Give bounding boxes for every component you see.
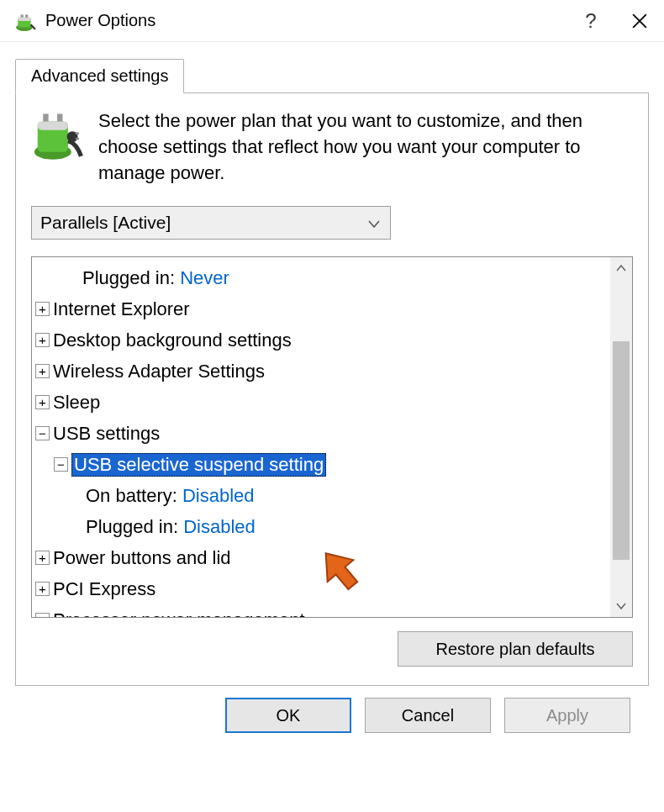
expand-icon[interactable]: + xyxy=(35,302,50,316)
value-link[interactable]: Disabled xyxy=(183,516,256,538)
help-button[interactable]: ? xyxy=(567,0,615,42)
collapse-icon[interactable]: − xyxy=(35,426,50,440)
tree-item-usb-selective[interactable]: − USB selective suspend setting xyxy=(32,449,610,480)
restore-row: Restore plan defaults xyxy=(31,631,633,667)
tree-item-sleep[interactable]: + Sleep xyxy=(32,387,610,418)
svg-rect-4 xyxy=(25,14,28,17)
intro-text: Select the power plan that you want to c… xyxy=(98,108,633,186)
svg-rect-12 xyxy=(76,138,79,140)
battery-icon xyxy=(13,9,37,33)
power-plan-select[interactable]: Parallels [Active] xyxy=(31,206,391,240)
svg-rect-9 xyxy=(57,113,62,121)
expand-icon[interactable]: + xyxy=(35,613,50,617)
svg-rect-2 xyxy=(18,17,30,20)
svg-rect-3 xyxy=(21,14,24,17)
tree-item-processor[interactable]: + Processor power management xyxy=(32,604,610,617)
cancel-button[interactable]: Cancel xyxy=(365,698,491,733)
tree-item-ie[interactable]: + Internet Explorer xyxy=(32,293,610,324)
tree-item-desktop-bg[interactable]: + Desktop background settings xyxy=(32,324,610,356)
chevron-down-icon xyxy=(368,213,380,233)
close-button[interactable] xyxy=(615,0,664,42)
tab-panel: Select the power plan that you want to c… xyxy=(15,92,649,686)
scrollbar[interactable] xyxy=(610,257,632,617)
tree-item-usb-settings[interactable]: − USB settings xyxy=(32,418,610,449)
tree-item-plugged-in-usb[interactable]: Plugged in: Disabled xyxy=(32,511,610,542)
value-link[interactable]: Never xyxy=(180,267,229,289)
collapse-icon[interactable]: − xyxy=(54,457,68,472)
power-plan-icon xyxy=(31,108,83,161)
intro-row: Select the power plan that you want to c… xyxy=(31,108,633,186)
tab-advanced-settings[interactable]: Advanced settings xyxy=(15,59,184,93)
svg-rect-11 xyxy=(76,132,79,134)
expand-icon[interactable]: + xyxy=(35,333,50,347)
value-link[interactable]: Disabled xyxy=(182,485,255,507)
tree-item-wireless[interactable]: + Wireless Adapter Settings xyxy=(32,356,610,387)
window-title: Power Options xyxy=(45,11,567,30)
expand-icon[interactable]: + xyxy=(35,364,50,378)
expand-icon[interactable]: + xyxy=(35,551,50,565)
titlebar: Power Options ? xyxy=(0,0,664,42)
restore-defaults-button[interactable]: Restore plan defaults xyxy=(398,631,633,667)
expand-icon[interactable]: + xyxy=(35,395,50,409)
ok-button[interactable]: OK xyxy=(225,698,351,733)
scroll-thumb[interactable] xyxy=(613,341,630,560)
apply-button[interactable]: Apply xyxy=(504,698,630,733)
content-area: Advanced settings Select the power plan … xyxy=(0,42,664,741)
power-plan-value: Parallels [Active] xyxy=(40,213,171,233)
tab-strip: Advanced settings xyxy=(15,59,649,92)
svg-rect-7 xyxy=(38,122,68,130)
dialog-footer: OK Cancel Apply xyxy=(15,686,649,733)
tree-item-pci[interactable]: + PCI Express xyxy=(32,573,610,604)
expand-icon[interactable]: + xyxy=(35,582,50,596)
scroll-down-icon[interactable] xyxy=(610,595,632,617)
svg-rect-8 xyxy=(43,113,48,121)
tree-item-on-battery[interactable]: On battery: Disabled xyxy=(32,480,610,511)
settings-tree: Plugged in: Never + Internet Explorer + … xyxy=(31,256,633,618)
tree-body[interactable]: Plugged in: Never + Internet Explorer + … xyxy=(32,257,610,617)
scroll-up-icon[interactable] xyxy=(610,257,632,279)
tree-item-power-buttons[interactable]: + Power buttons and lid xyxy=(32,542,610,573)
selected-label: USB selective suspend setting xyxy=(71,453,326,477)
tree-item-plugged-in[interactable]: Plugged in: Never xyxy=(32,262,610,293)
